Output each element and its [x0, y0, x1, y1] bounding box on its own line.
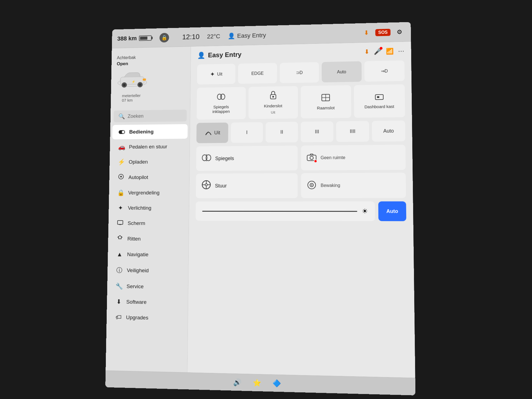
sidebar-item-bediening[interactable]: Bediening — [112, 124, 188, 139]
content-area: 👤 Easy Entry ⬇ 🎤 📶 ⋯ ✦ — [187, 42, 415, 378]
sidebar-item-navigatie[interactable]: ▲ Navigatie — [110, 247, 186, 262]
sidebar-label-service: Service — [127, 283, 144, 290]
sidebar: Achterbak Open ⚡ — [106, 47, 191, 372]
geen-ruimte-card[interactable]: Geen ruimte — [301, 145, 406, 170]
light-uit-btn[interactable]: ✦ Uit — [197, 64, 236, 85]
dashboard-btn[interactable]: Dashboard kast — [354, 84, 405, 118]
raamslot-label: Raamslot — [317, 105, 335, 110]
spiegels-pos-card[interactable]: Spiegels — [196, 145, 298, 171]
wiper-4-btn[interactable]: IIII — [336, 121, 369, 142]
brightness-row: ☀ Auto — [196, 201, 406, 221]
content-title: 👤 Easy Entry — [197, 51, 242, 59]
sidebar-item-opladen[interactable]: ⚡ Opladen — [112, 154, 187, 169]
svg-text:⚡: ⚡ — [132, 80, 135, 84]
bt-icon[interactable]: 📶 — [386, 48, 394, 55]
light-icon: ✦ — [117, 204, 124, 211]
sidebar-label-software: Software — [126, 299, 147, 305]
profile-label: Easy Entry — [237, 32, 266, 39]
sidebar-label-pedalen: Pedalen en stuur — [129, 144, 167, 150]
wiper-icon — [204, 128, 212, 137]
km-value: 07 km — [122, 97, 179, 102]
sidebar-item-verlichting[interactable]: ✦ Verlichting — [111, 201, 187, 215]
car-section-label: Achterbak — [117, 54, 185, 60]
geen-ruimte-label: Geen ruimte — [321, 155, 345, 160]
light-hd-btn[interactable]: ⇒D — [364, 60, 405, 82]
taskbar-star-icon[interactable]: ⭐ — [253, 378, 261, 387]
light-d-btn[interactable]: ⊃D — [280, 62, 319, 83]
wiper-row: Uit I II III IIII Auto — [196, 121, 405, 143]
content-header: 👤 Easy Entry ⬇ 🎤 📶 ⋯ — [197, 47, 404, 59]
wiper-auto-label: Auto — [383, 128, 394, 134]
car-status-label: Open — [117, 60, 185, 66]
sidebar-item-software[interactable]: ⬇ Software — [109, 294, 186, 310]
sidebar-item-pedalen[interactable]: 🚗 Pedalen en stuur — [112, 139, 188, 154]
settings-icon[interactable]: ⚙ — [394, 26, 405, 37]
svg-point-11 — [120, 176, 122, 178]
bewaking-card[interactable]: Bewaking — [301, 173, 406, 198]
search-icon: 🔍 — [118, 113, 125, 119]
pos-cam-row: Spiegels Stuur — [196, 145, 406, 198]
light-edge-btn[interactable]: EDGE — [238, 63, 277, 84]
screen-icon — [116, 220, 124, 227]
svg-point-28 — [205, 184, 208, 186]
raamslot-btn[interactable]: Raamslot — [301, 85, 351, 118]
service-icon: 🔧 — [115, 283, 123, 290]
wiper-1-btn[interactable]: I — [231, 122, 263, 143]
auto-brightness-btn[interactable]: Auto — [378, 201, 406, 221]
svg-point-24 — [206, 155, 211, 161]
sidebar-item-vergrendeling[interactable]: 🔒 Vergrendeling — [111, 185, 187, 200]
sidebar-item-veiligheid[interactable]: ⓘ Veiligheid — [109, 262, 186, 279]
time-display: 12:10 — [182, 33, 200, 41]
profile-display[interactable]: 👤 Easy Entry — [228, 32, 266, 39]
sidebar-label-bediening: Bediening — [129, 129, 154, 135]
taskbar-app-icon[interactable]: 🔷 — [273, 379, 281, 387]
mirror-fold-icon — [217, 93, 225, 102]
lock-status-icon: 🔒 — [159, 33, 169, 42]
lighting-row: ✦ Uit EDGE ⊃D Auto ⇒D — [197, 60, 405, 85]
svg-rect-6 — [143, 78, 146, 81]
sidebar-item-scherm[interactable]: Scherm — [111, 216, 187, 231]
edge-label: EDGE — [251, 71, 264, 76]
kinderslot-btn[interactable]: Kinderslot Uit — [248, 86, 298, 119]
raamslot-icon — [321, 94, 330, 103]
mic-icon[interactable]: 🎤 — [374, 48, 382, 55]
sidebar-item-upgrades[interactable]: 🏷 Upgrades — [109, 310, 186, 326]
wiper-2-btn[interactable]: II — [266, 122, 298, 142]
search-bar[interactable]: 🔍 Zoeken — [114, 110, 187, 122]
sidebar-label-opladen: Opladen — [129, 159, 148, 165]
brightness-card: ☀ — [196, 201, 375, 221]
controls-section: ✦ Uit EDGE ⊃D Auto ⇒D — [196, 60, 406, 221]
dashboard-icon — [375, 93, 384, 102]
trips-icon — [116, 235, 124, 243]
wiper-3-btn[interactable]: III — [301, 121, 333, 142]
sidebar-label-verlichting: Verlichting — [128, 205, 151, 211]
stuur-pos-card[interactable]: Stuur — [196, 173, 298, 198]
wiper-uit-btn[interactable]: Uit — [196, 122, 228, 143]
sidebar-item-autopilot[interactable]: Autopilot — [111, 170, 187, 185]
main-layout: Achterbak Open ⚡ — [106, 42, 415, 378]
taskbar-volume-icon[interactable]: 🔊 — [233, 378, 241, 387]
d-icon: ⊃D — [296, 70, 303, 75]
stuur-pos-label: Stuur — [215, 183, 227, 189]
wiper-uit-label: Uit — [214, 130, 220, 136]
brightness-sun-icon: ☀ — [362, 207, 368, 215]
svg-rect-12 — [117, 221, 123, 224]
spiegels-btn[interactable]: Spiegelsinklappen — [197, 87, 246, 120]
sidebar-item-ritten[interactable]: Ritten — [110, 231, 187, 247]
light-uit-label: Uit — [217, 72, 222, 77]
battery-icon — [139, 35, 152, 41]
sidebar-item-service[interactable]: 🔧 Service — [109, 279, 186, 295]
auto-light-label: Auto — [337, 69, 346, 74]
download-header-icon[interactable]: ⬇ — [364, 48, 369, 55]
sos-button[interactable]: SOS — [375, 29, 391, 36]
sidebar-label-autopilot: Autopilot — [128, 174, 148, 180]
download-icon[interactable]: ⬇ — [361, 27, 372, 38]
stuur-icon — [201, 180, 211, 192]
wiper-auto-btn[interactable]: Auto — [372, 121, 405, 142]
km-display: 388 km — [117, 35, 137, 42]
autopilot-icon — [117, 174, 125, 181]
more-icon[interactable]: ⋯ — [398, 48, 404, 55]
sidebar-car-status: Achterbak Open ⚡ — [111, 51, 191, 108]
brightness-line — [202, 211, 357, 211]
light-auto-btn[interactable]: Auto — [322, 61, 362, 82]
